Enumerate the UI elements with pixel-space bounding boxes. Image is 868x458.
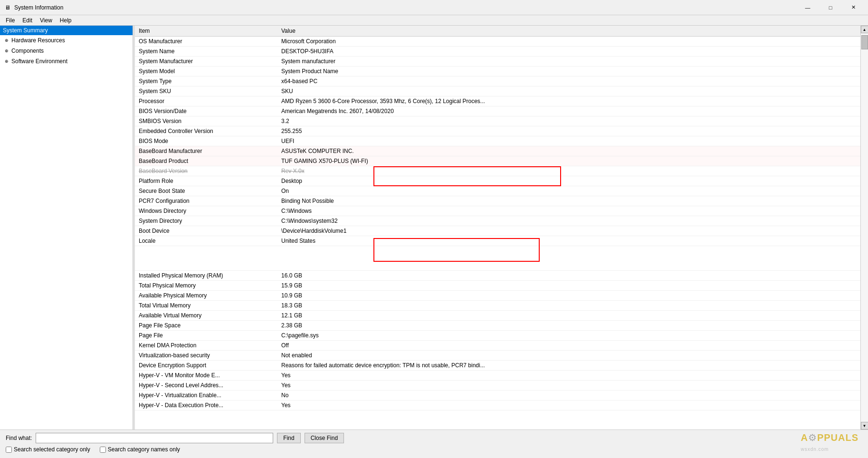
table-cell-item: Hyper-V - Second Level Addres...	[135, 381, 277, 391]
table-cell-item: System Directory	[135, 216, 277, 226]
checkbox-names-input[interactable]	[100, 447, 106, 453]
table-cell-value: Rev X.0x	[277, 166, 860, 176]
tree-item-components[interactable]: ⊕ Components	[0, 46, 133, 56]
tree-item-software-env[interactable]: ⊕ Software Environment	[0, 56, 133, 67]
table-cell-value: \Device\HarddiskVolume1	[277, 226, 860, 236]
scrollbar-thumb[interactable]	[861, 35, 868, 49]
table-cell-item: System Model	[135, 67, 277, 76]
table-cell-item: Device Encryption Support	[135, 361, 277, 371]
table-cell-item: System Name	[135, 47, 277, 57]
table-cell-value: AMD Ryzen 5 3600 6-Core Processor, 3593 …	[277, 96, 860, 106]
checkbox-selected-category[interactable]: Search selected category only	[6, 446, 90, 453]
scroll-up-btn[interactable]: ▲	[861, 26, 868, 33]
window-controls: — □ ✕	[797, 0, 864, 15]
table-row	[135, 246, 860, 271]
scroll-down-btn[interactable]: ▼	[861, 422, 868, 429]
table-cell-item: Virtualization-based security	[135, 351, 277, 361]
col-header-item: Item	[135, 26, 277, 37]
table-cell-item: Installed Physical Memory (RAM)	[135, 271, 277, 281]
table-cell-value: x64-based PC	[277, 76, 860, 86]
table-row: Total Virtual Memory18.3 GB	[135, 301, 860, 311]
table-cell-value: TUF GAMING X570-PLUS (WI-FI)	[277, 156, 860, 166]
table-cell-item: Processor	[135, 96, 277, 106]
table-cell-item: Available Physical Memory	[135, 291, 277, 301]
close-find-button[interactable]: Close Find	[305, 433, 344, 443]
table-cell-value: C:\pagefile.sys	[277, 331, 860, 341]
tree-item-hardware-resources[interactable]: ⊕ Hardware Resources	[0, 35, 133, 46]
table-cell-item: Hyper-V - VM Monitor Mode E...	[135, 371, 277, 381]
minimize-button[interactable]: —	[797, 0, 819, 15]
scrollbar-track[interactable]	[861, 33, 868, 422]
table-row: System NameDESKTOP-5HU3IFA	[135, 47, 860, 57]
table-row: Hyper-V - Second Level Addres...Yes	[135, 381, 860, 391]
right-content: Item Value OS ManufacturerMicrosoft Corp…	[135, 26, 868, 429]
table-cell-item: Page File	[135, 331, 277, 341]
menu-help[interactable]: Help	[56, 15, 76, 25]
close-button[interactable]: ✕	[842, 0, 864, 15]
table-cell-value: Yes	[277, 371, 860, 381]
table-row: Boot Device\Device\HarddiskVolume1	[135, 226, 860, 236]
maximize-button[interactable]: □	[820, 0, 841, 15]
table-cell-item: Hyper-V - Virtualization Enable...	[135, 391, 277, 401]
right-panel: Item Value OS ManufacturerMicrosoft Corp…	[135, 26, 868, 429]
right-scrollbar[interactable]: ▲ ▼	[860, 26, 868, 429]
table-row: OS ManufacturerMicrosoft Corporation	[135, 37, 860, 47]
checkbox-category-names[interactable]: Search category names only	[100, 446, 180, 453]
table-cell-item: Total Physical Memory	[135, 281, 277, 291]
info-table: Item Value OS ManufacturerMicrosoft Corp…	[135, 26, 860, 410]
table-cell-value: DESKTOP-5HU3IFA	[277, 47, 860, 57]
find-input[interactable]	[36, 433, 273, 443]
table-cell-value: American Megatrends Inc. 2607, 14/08/202…	[277, 106, 860, 116]
table-row: Kernel DMA ProtectionOff	[135, 341, 860, 351]
table-cell-value: 15.9 GB	[277, 281, 860, 291]
menu-bar: File Edit View Help	[0, 15, 868, 26]
table-row: System Typex64-based PC	[135, 76, 860, 86]
table-row: Platform RoleDesktop	[135, 176, 860, 186]
table-row: Page File Space2.38 GB	[135, 321, 860, 331]
left-panel: System Summary ⊕ Hardware Resources ⊕ Co…	[0, 26, 133, 429]
table-cell-value	[277, 246, 860, 271]
table-cell-value: Reasons for failed automatic device encr…	[277, 361, 860, 371]
tree-item-system-summary[interactable]: System Summary	[0, 26, 133, 35]
find-button[interactable]: Find	[277, 433, 300, 443]
table-row: Hyper-V - Data Execution Prote...Yes	[135, 401, 860, 410]
expand-icon-hardware: ⊕	[3, 37, 10, 44]
table-cell-item: System SKU	[135, 86, 277, 96]
table-cell-item: PCR7 Configuration	[135, 196, 277, 206]
table-cell-item: BaseBoard Product	[135, 156, 277, 166]
menu-view[interactable]: View	[36, 15, 56, 25]
table-cell-value: United States	[277, 236, 860, 246]
table-row: BIOS Version/DateAmerican Megatrends Inc…	[135, 106, 860, 116]
table-cell-value: ASUSTeK COMPUTER INC.	[277, 146, 860, 156]
table-row: System ManufacturerSystem manufacturer	[135, 57, 860, 67]
table-cell-value: On	[277, 186, 860, 196]
table-row: BaseBoard ManufacturerASUSTeK COMPUTER I…	[135, 146, 860, 156]
table-cell-item: SMBIOS Version	[135, 116, 277, 126]
table-row: BaseBoard ProductTUF GAMING X570-PLUS (W…	[135, 156, 860, 166]
table-row: Embedded Controller Version255.255	[135, 126, 860, 136]
table-row: Hyper-V - VM Monitor Mode E...Yes	[135, 371, 860, 381]
watermark: A⚙PPUALS wsxdn.com	[801, 432, 858, 453]
table-row: Virtualization-based securityNot enabled	[135, 351, 860, 361]
table-cell-item: Platform Role	[135, 176, 277, 186]
table-cell-value: 255.255	[277, 126, 860, 136]
tree-label-system-summary: System Summary	[3, 27, 130, 34]
table-row: Total Physical Memory15.9 GB	[135, 281, 860, 291]
table-cell-value: System manufacturer	[277, 57, 860, 67]
table-cell-item: Locale	[135, 236, 277, 246]
table-row: System ModelSystem Product Name	[135, 67, 860, 76]
checkbox-selected-input[interactable]	[6, 447, 12, 453]
table-scroll-area[interactable]: Item Value OS ManufacturerMicrosoft Corp…	[135, 26, 860, 429]
bottom-bar: Find what: Find Close Find Search select…	[0, 429, 868, 458]
tree-label-hardware: Hardware Resources	[11, 37, 130, 44]
menu-edit[interactable]: Edit	[19, 15, 36, 25]
table-cell-item: Total Virtual Memory	[135, 301, 277, 311]
table-cell-value: UEFI	[277, 136, 860, 146]
table-cell-item: Kernel DMA Protection	[135, 341, 277, 351]
table-row: SMBIOS Version3.2	[135, 116, 860, 126]
menu-file[interactable]: File	[2, 15, 19, 25]
table-cell-item: Secure Boot State	[135, 186, 277, 196]
table-row: Available Virtual Memory12.1 GB	[135, 311, 860, 321]
table-cell-value: Not enabled	[277, 351, 860, 361]
table-cell-item: BIOS Mode	[135, 136, 277, 146]
